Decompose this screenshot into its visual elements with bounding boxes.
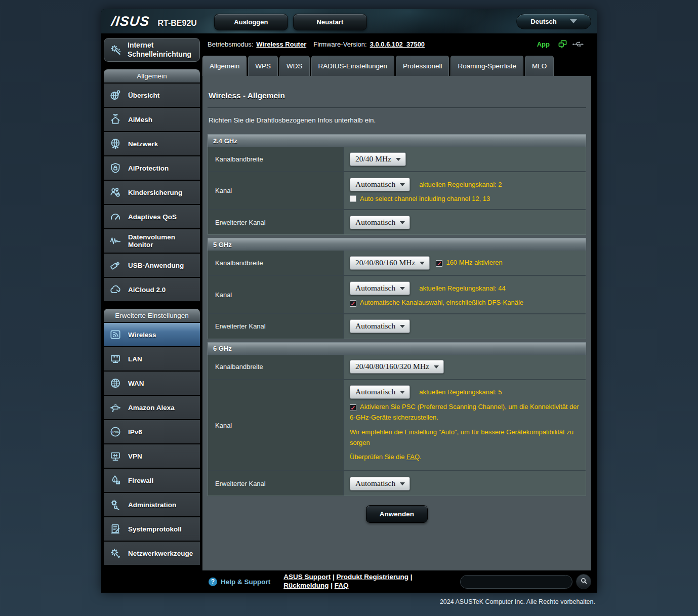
6-ghz-kanal-select[interactable]: Automatisch: [350, 385, 410, 399]
faq-link[interactable]: FAQ: [406, 453, 420, 461]
settings-row-2-4-ghz-kanalbandbreite: Kanalbandbreite20/40 MHz: [208, 147, 586, 171]
2-4-ghz-kanal-select[interactable]: Automatisch: [350, 178, 410, 191]
firmware-version-link[interactable]: 3.0.0.6.102_37500: [370, 40, 425, 48]
footer-link-faq[interactable]: FAQ: [335, 582, 349, 589]
sidebar-item-systemprotokoll[interactable]: Systemprotokoll: [104, 517, 200, 541]
setting-value: 20/40 MHz: [344, 147, 586, 171]
5-ghz-kanal-select[interactable]: Automatisch: [350, 281, 410, 295]
usb-status-icon[interactable]: [572, 40, 584, 49]
tab-mlo[interactable]: MLO: [525, 56, 554, 76]
5-ghz-kanalbandbreite-inline-checkbox[interactable]: ✓: [436, 260, 442, 267]
setting-label: Kanal: [208, 380, 344, 470]
chevron-down-icon: [400, 391, 405, 394]
settings-row-5-ghz-erweiterter-kanal: Erweiterter KanalAutomatisch: [208, 313, 586, 339]
brand: /ISUS RT-BE92U: [111, 14, 197, 29]
copyright-text: 2024 ASUSTeK Computer Inc. Alle Rechte v…: [440, 598, 595, 605]
6-ghz-erweiterter-kanal-select[interactable]: Automatisch: [350, 477, 410, 490]
footer-bar: ? Help & Support ASUS Support | Produkt …: [101, 570, 597, 593]
sidebar-item-administration[interactable]: Administration: [104, 493, 200, 516]
wifi-icon: [108, 327, 123, 342]
sidebar-item-ipv6[interactable]: IPV6IPv6: [104, 420, 200, 443]
settings-row-2-4-ghz-erweiterter-kanal: Erweiterter KanalAutomatisch: [208, 209, 586, 234]
chevron-down-icon: [396, 158, 401, 161]
2-4-ghz-erweiterter-kanal-select[interactable]: Automatisch: [350, 216, 410, 229]
5-ghz-kanal-checkbox[interactable]: ✓: [350, 300, 356, 307]
2-4-ghz-kanal-checkbox[interactable]: [350, 195, 356, 202]
tab-allgemein[interactable]: Allgemein: [202, 56, 247, 76]
footer-search: [460, 574, 591, 589]
apply-button[interactable]: Anwenden: [366, 505, 428, 523]
sidebar-item-firewall[interactable]: Firewall: [104, 469, 200, 492]
footer-link-r-ckmeldung[interactable]: Rückmeldung: [283, 582, 329, 589]
sidebar-item-netzwerk[interactable]: Netzwerk: [104, 132, 200, 155]
reboot-button[interactable]: Neustart: [293, 14, 367, 30]
6-ghz-kanalbandbreite-select[interactable]: 20/40/80/160/320 MHz: [350, 360, 444, 374]
sidebar-item-amazon-alexa[interactable]: Amazon Alexa: [104, 396, 200, 419]
band-5-ghz: 5 GHzKanalbandbreite20/40/80/160 MHz✓160…: [208, 238, 586, 339]
2-4-ghz-kanalbandbreite-select[interactable]: 20/40 MHz: [350, 152, 406, 166]
band-6-ghz: 6 GHzKanalbandbreite20/40/80/160/320 MHz…: [208, 342, 586, 496]
link-separator: |: [331, 573, 336, 581]
select-value: 20/40/80/160/320 MHz: [355, 362, 429, 371]
current-channel-note: aktuellen Regelungskanal: 5: [419, 388, 502, 396]
tab-radius-einstellungen[interactable]: RADIUS-Einstellungen: [311, 56, 395, 76]
sidebar-item-label: Kindersicherung: [128, 189, 182, 196]
sidebar-item-aicloud-2-0[interactable]: AiCloud 2.0: [104, 278, 200, 301]
quick-setup-button[interactable]: Internet Schnelleinrichtung: [104, 38, 200, 62]
tab-roaming-sperrliste[interactable]: Roaming-Sperrliste: [450, 56, 523, 76]
sidebar-item-kindersicherung[interactable]: Kindersicherung: [104, 181, 200, 204]
sidebar-item-usb-anwendung[interactable]: USB-Anwendung: [104, 254, 200, 277]
mobile-app-icon[interactable]: [557, 39, 568, 49]
admin-gear-icon: [108, 497, 123, 512]
sidebar-item-wan[interactable]: WAN: [104, 372, 200, 395]
app-label: App: [537, 40, 550, 48]
search-input[interactable]: [460, 575, 572, 589]
sidebar-item-vpn[interactable]: VPN: [104, 444, 200, 468]
network-globe-icon: [108, 136, 123, 151]
body-wrap: Internet Schnelleinrichtung AllgemeinÜbe…: [101, 33, 597, 570]
tab-professionell[interactable]: Professionell: [396, 56, 449, 76]
sidebar-section-allgemein: Allgemein: [104, 69, 200, 83]
select-value: Automatisch: [355, 283, 395, 293]
chevron-down-icon: [400, 183, 405, 186]
network-tools-icon: [108, 546, 123, 561]
sidebar-item-bersicht[interactable]: Übersicht: [104, 84, 200, 107]
operation-mode-value[interactable]: Wireless Router: [256, 40, 306, 48]
setting-value: Automatischaktuellen Regelungskanal: 2Au…: [344, 172, 586, 209]
link-separator: |: [329, 582, 335, 589]
chevron-down-icon: [420, 262, 425, 265]
footer-link-asus-support[interactable]: ASUS Support: [283, 573, 331, 581]
sidebar-item-wireless[interactable]: Wireless: [104, 323, 200, 346]
sidebar-item-aiprotection[interactable]: AiProtection: [104, 156, 200, 180]
footer-link-produkt-registrierung[interactable]: Produkt Registrierung: [337, 573, 409, 581]
main-column: Betriebsmodus: Wireless Router Firmware-…: [202, 33, 597, 570]
sidebar-item-label: AiMesh: [128, 116, 152, 124]
language-select[interactable]: Deutsch: [516, 14, 591, 29]
sidebar-nav: AllgemeinÜbersichtAiMeshNetzwerkAiProtec…: [104, 69, 200, 565]
asus-logo: /ISUS: [110, 14, 150, 29]
tab-wds[interactable]: WDS: [279, 56, 310, 76]
sidebar-item-lan[interactable]: LAN: [104, 347, 200, 371]
band-2-4-ghz: 2.4 GHzKanalbandbreite20/40 MHzKanalAuto…: [208, 134, 586, 235]
alexa-device-icon: [108, 400, 123, 415]
search-button[interactable]: [576, 574, 591, 589]
sidebar-item-adaptives-qos[interactable]: Adaptives QoS: [104, 205, 200, 228]
help-support[interactable]: ? Help & Support: [209, 578, 270, 586]
sidebar-item-label: AiCloud 2.0: [128, 286, 166, 294]
shield-lock-icon: [108, 160, 123, 176]
sidebar-item-label: Übersicht: [128, 92, 159, 99]
setting-label: Kanalbandbreite: [208, 147, 344, 171]
sidebar-item-aimesh[interactable]: AiMesh: [104, 108, 200, 131]
5-ghz-erweiterter-kanal-select[interactable]: Automatisch: [350, 319, 410, 333]
sidebar-item-datenvolumen-monitor[interactable]: Datenvolumen Monitor: [104, 229, 200, 253]
language-label: Deutsch: [530, 18, 556, 25]
5-ghz-kanalbandbreite-select[interactable]: 20/40/80/160 MHz: [350, 256, 430, 270]
usb-stick-icon: [108, 258, 123, 273]
sidebar-item-netzwerkwerkzeuge[interactable]: Netzwerkwerkzeuge: [104, 542, 200, 565]
tab-wps[interactable]: WPS: [248, 56, 278, 76]
sidebar-item-label: Amazon Alexa: [128, 404, 175, 412]
traffic-wave-icon: [108, 233, 123, 249]
content-panel: Wireless - Allgemein Richten Sie die Dra…: [202, 76, 591, 570]
logout-button[interactable]: Ausloggen: [214, 14, 288, 30]
6-ghz-kanal-checkbox[interactable]: ✓: [350, 404, 356, 411]
